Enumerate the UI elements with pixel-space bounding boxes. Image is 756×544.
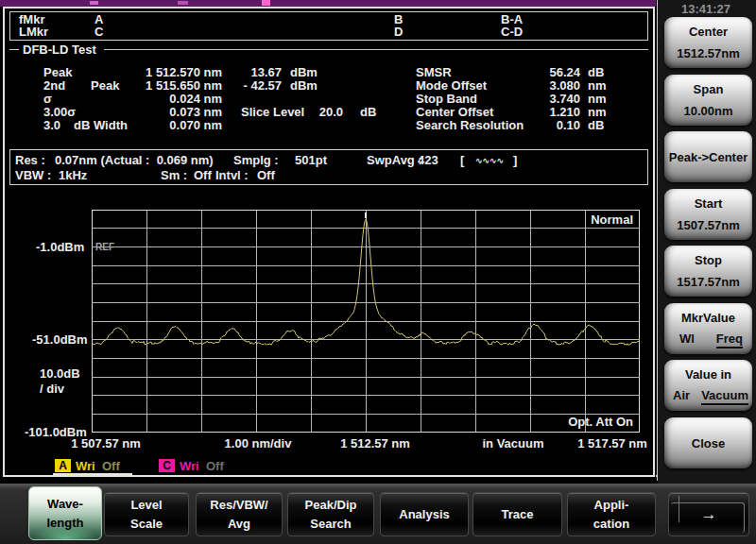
softkey-start-label: Start <box>664 196 752 211</box>
tab-next-page[interactable]: → <box>668 492 749 536</box>
stop-band-label: Stop Band <box>416 93 477 105</box>
mkr-value-option-freq[interactable]: Freq <box>716 332 743 348</box>
mode-offset-label: Mode Offset <box>416 79 487 92</box>
y-scale-per-div-2: / div <box>40 382 64 395</box>
sm-value: Off <box>194 169 212 181</box>
peak2-level: - 42.57 <box>244 79 282 92</box>
peak2-level-unit: dBm <box>290 79 318 92</box>
slice-level-value: 20.0 <box>319 106 343 118</box>
marker-c: C <box>94 26 103 38</box>
search-resolution-value: 0.10 <box>557 119 580 131</box>
peak-level: 13.67 <box>250 66 282 78</box>
sweep-progress-icon: ∿∿∿∿ <box>475 155 504 167</box>
softkey-center[interactable]: Center 1512.57nm <box>664 17 752 68</box>
swpavg-bracket-open: [ <box>460 154 464 166</box>
x-label-stop: 1 517.57 nm <box>577 437 647 450</box>
softkey-close-label: Close <box>692 436 725 450</box>
tab-peak-dip-search[interactable]: Peak/Dip Search <box>287 492 374 536</box>
section-rule-left <box>9 49 19 50</box>
x-scale-per-div: 1.00 nm/div <box>225 437 292 450</box>
tab-level-scale[interactable]: Level Scale <box>104 492 189 536</box>
tab-res-vbw-avg-line1: Res/VBW/ <box>210 498 267 512</box>
sigma3-value: 0.073 nm <box>169 106 222 118</box>
swpavg-bracket-close: ] <box>513 154 517 166</box>
softkey-start-value: 1507.57nm <box>664 218 752 232</box>
smplg-value: 501pt <box>295 154 327 166</box>
x-label-start: 1 507.57 nm <box>71 437 141 450</box>
mkr-value-option-wl[interactable]: Wl <box>679 332 695 348</box>
softkey-peak-to-center-label: Peak->Center <box>669 150 747 164</box>
softkey-span[interactable]: Span 10.00nm <box>664 75 752 126</box>
softkey-mkr-value-label: MkrValue <box>664 311 752 325</box>
slice-level-unit: dB <box>360 106 376 118</box>
value-in-option-air[interactable]: Air <box>673 388 690 405</box>
width-label2: dB Width <box>74 119 128 131</box>
slice-level-label: Slice Level <box>241 106 304 118</box>
softkey-stop[interactable]: Stop 1517.57nm <box>664 246 752 297</box>
trace-a-active-underline <box>53 473 132 475</box>
x-label-center: 1 512.57 nm <box>340 437 410 450</box>
lmkr-label: LMkr <box>19 26 48 38</box>
marker-box <box>9 11 648 41</box>
search-resolution-unit: dB <box>588 119 604 131</box>
peak-label: Peak <box>43 66 72 78</box>
trace-c-mode: Wri <box>180 460 199 472</box>
marker-d: D <box>394 26 403 38</box>
value-in-option-vacuum[interactable]: Vacuum <box>701 388 748 405</box>
peak-level-unit: dBm <box>290 66 318 78</box>
tab-res-vbw-avg[interactable]: Res/VBW/ Avg <box>196 492 283 536</box>
tab-application-line1: Appli- <box>594 498 629 512</box>
titlebar-icon <box>90 1 98 5</box>
trace-a-state: Off <box>102 460 120 472</box>
width-value: 0.070 nm <box>169 119 222 131</box>
y-scale-per-div: 10.0dB <box>40 367 80 380</box>
tab-analysis[interactable]: Analysis <box>380 492 469 536</box>
swpavg-value: 423 <box>418 154 438 166</box>
y-label-ref: -1.0dBm <box>36 241 84 253</box>
tab-trace-line1: Trace <box>502 507 534 521</box>
vbw-label: VBW : <box>15 169 51 181</box>
trace-a-badge: A <box>55 459 71 472</box>
softkey-mkr-value[interactable]: MkrValue Wl Freq <box>664 303 752 354</box>
softkey-peak-to-center[interactable]: Peak->Center <box>664 131 752 182</box>
tab-trace[interactable]: Trace <box>472 492 562 536</box>
trace-c-badge: C <box>159 459 175 472</box>
stop-band-value: 3.740 <box>549 93 580 105</box>
intvl-value: Off <box>257 169 275 181</box>
softkey-value-in[interactable]: Value in Air Vacuum <box>664 360 752 411</box>
center-offset-label: Center Offset <box>416 106 493 118</box>
softkey-panel <box>658 0 756 484</box>
spectrum-graph <box>92 210 640 433</box>
tab-res-vbw-avg-line2: Avg <box>228 517 250 531</box>
softkey-span-value: 10.00nm <box>664 104 752 118</box>
softkey-center-value: 1512.57nm <box>664 46 752 60</box>
tab-peak-dip-search-line2: Search <box>310 517 351 531</box>
y-label-mid: -51.0dBm <box>32 333 88 346</box>
softkey-stop-value: 1517.57nm <box>664 275 752 289</box>
tab-level-scale-line2: Scale <box>130 517 163 531</box>
tab-application[interactable]: Appli- cation <box>567 492 656 536</box>
peak-wavelength: 1 512.570 nm <box>146 66 222 78</box>
peak2-label: 2nd <box>43 79 65 92</box>
softkey-center-label: Center <box>664 25 752 39</box>
clock: 13:41:27 <box>681 3 730 15</box>
tab-wavelength[interactable]: Wave- length <box>28 486 102 540</box>
smplg-label: Smplg : <box>233 154 279 166</box>
marker-c-d: C-D <box>501 26 523 38</box>
vbw-value: 1kHz <box>59 169 87 181</box>
section-title: DFB-LD Test <box>23 43 96 56</box>
tab-wavelength-line2: length <box>47 516 84 530</box>
width-label: 3.0 <box>43 119 60 131</box>
sigma-value: 0.024 nm <box>169 93 222 105</box>
softkey-start[interactable]: Start 1507.57nm <box>664 189 752 240</box>
softkey-value-in-label: Value in <box>664 367 752 382</box>
intvl-label: Intvl : <box>215 169 249 181</box>
tab-application-line2: cation <box>593 517 629 531</box>
trace-a-mode: Wri <box>76 460 95 472</box>
section-rule-right <box>104 49 648 50</box>
tab-analysis-line1: Analysis <box>399 507 449 521</box>
tab-wavelength-line1: Wave- <box>47 497 83 511</box>
center-offset-value: 1.210 <box>549 106 580 118</box>
swpavg-label: SwpAvg : <box>367 154 422 166</box>
softkey-close[interactable]: Close <box>664 417 752 468</box>
